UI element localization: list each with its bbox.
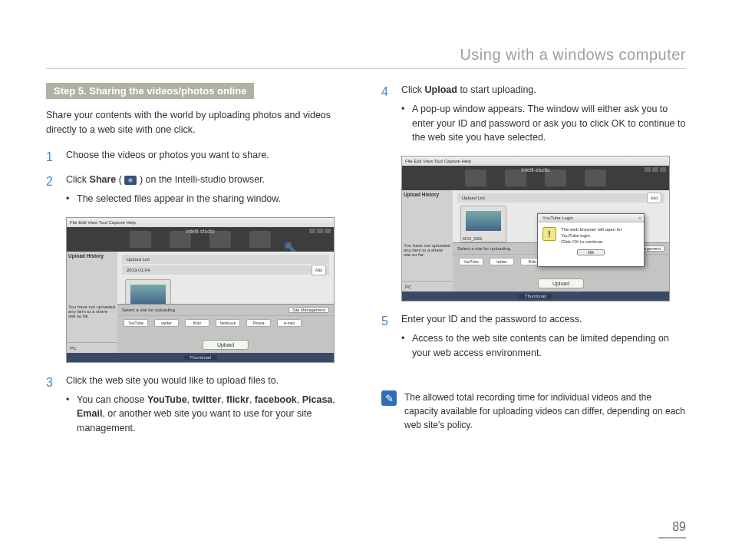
right-column: 4 Click Upload to start uploading. A pop… bbox=[381, 83, 686, 446]
step-number: 1 bbox=[46, 148, 53, 166]
app-logo: Intelli-studio bbox=[521, 167, 549, 173]
step-bullet: You can choose YouTube, twitter, flickr,… bbox=[66, 393, 351, 436]
site-name: Email bbox=[77, 408, 102, 419]
window-controls-icon bbox=[645, 167, 666, 172]
upload-list-label: Upload List bbox=[127, 255, 150, 264]
page-number-bar bbox=[658, 537, 686, 539]
share-icon bbox=[124, 176, 137, 185]
intro-text: Share your contents with the world by up… bbox=[46, 108, 351, 137]
ss-sidebar: Upload History You have not uploaded any… bbox=[402, 190, 453, 292]
site-flickr-icon: flickr bbox=[185, 319, 209, 327]
note-box: ✎ The allowed total recording time for i… bbox=[381, 390, 686, 432]
site-name: YouTube bbox=[147, 394, 187, 405]
step-number: 4 bbox=[381, 83, 388, 101]
ss-header: Intelli-studio ↖ bbox=[67, 227, 334, 252]
ss-menubar: File Edit View Tool Capture Help bbox=[67, 218, 334, 227]
ok-button: OK bbox=[577, 249, 605, 255]
login-dialog: YouTube Login× The web browser will open… bbox=[537, 213, 645, 267]
site-name: Picasa bbox=[302, 394, 333, 405]
ss-menubar: File Edit View Tool Capture Help bbox=[402, 156, 669, 166]
step-text-mid: ( bbox=[116, 174, 124, 185]
site-picasa-icon: Picasa bbox=[246, 319, 271, 327]
footer-thumbnail-button: Thumbnail bbox=[183, 355, 217, 360]
step-2: 2 Click Share ( ) on the Intelli-studio … bbox=[46, 173, 351, 206]
step-header: Step 5. Sharing the videos/photos online bbox=[46, 83, 254, 99]
footer-thumbnail-button: Thumbnail bbox=[519, 294, 552, 298]
sidebar-title: Upload History bbox=[68, 253, 116, 259]
ss-main: Upload List 2013-01-04 Add MOV_0001. Sel… bbox=[117, 252, 334, 353]
upload-button: Upload bbox=[538, 278, 584, 288]
step-bullet: The selected files appear in the sharing… bbox=[66, 192, 351, 206]
bullet-pre: You can choose bbox=[77, 394, 147, 405]
screenshot-login-popup: File Edit View Tool Capture Help Intelli… bbox=[401, 156, 670, 301]
step-4: 4 Click Upload to start uploading. A pop… bbox=[381, 83, 686, 145]
ss-sidebar: Upload History You have not uploaded any… bbox=[67, 252, 117, 353]
step-text: Click the web site you would like to upl… bbox=[66, 375, 279, 386]
upload-list-label: Upload List bbox=[462, 193, 485, 203]
page-rule bbox=[46, 68, 686, 69]
step-bold: Share bbox=[90, 174, 117, 185]
site-youtube-icon: YouTube bbox=[459, 258, 483, 265]
dialog-title: YouTube Login bbox=[542, 214, 573, 222]
select-site-label: Select a site for uploading bbox=[457, 246, 510, 251]
step-text-prefix: Click bbox=[401, 84, 425, 95]
date-label: 2013-01-04 bbox=[127, 265, 150, 275]
site-twitter-icon: twitter bbox=[154, 319, 179, 327]
step-text-suffix: to start uploading. bbox=[457, 84, 536, 95]
page-number: 89 bbox=[672, 520, 686, 534]
left-column: Step 5. Sharing the videos/photos online… bbox=[46, 83, 351, 446]
step-bullet: A pop-up window appears. The window will… bbox=[401, 102, 686, 145]
page-title: Using with a windows computer bbox=[46, 46, 686, 64]
app-logo: Intelli-studio bbox=[186, 229, 214, 234]
site-email-icon: e-mail bbox=[277, 319, 302, 327]
ss-footer: Thumbnail bbox=[402, 292, 669, 301]
step-bold: Upload bbox=[425, 84, 457, 95]
bullet-post: , or another web site you want to use fo… bbox=[77, 408, 312, 433]
step-number: 2 bbox=[46, 173, 53, 191]
bottom-panel: Select a site for uploading Site Managem… bbox=[117, 304, 334, 353]
step-5: 5 Enter your ID and the password to acce… bbox=[381, 312, 686, 360]
step-text-suffix: ) on the Intelli-studio browser. bbox=[137, 174, 265, 185]
step-text-prefix: Click bbox=[66, 174, 90, 185]
step-bullet: Access to the web site contents can be l… bbox=[401, 331, 686, 361]
screenshot-sharing-window: File Edit View Tool Capture Help Intelli… bbox=[66, 217, 335, 363]
step-1: 1 Choose the videos or photos you want t… bbox=[46, 148, 351, 163]
ss-footer: Thumbnail bbox=[67, 353, 334, 362]
window-controls-icon bbox=[309, 229, 331, 233]
thumbnail: MOV_0001. bbox=[460, 206, 506, 242]
toolbar-library-icon bbox=[465, 170, 486, 186]
pc-label: PC bbox=[402, 281, 453, 292]
toolbar-share-icon bbox=[585, 170, 606, 186]
pc-label: PC bbox=[67, 342, 117, 353]
sidebar-title: Upload History bbox=[404, 192, 451, 197]
note-text: The allowed total recording time for ind… bbox=[404, 390, 686, 432]
site-management-button: Site Management bbox=[289, 307, 329, 313]
site-twitter-icon: twitter bbox=[490, 258, 514, 265]
toolbar-share-icon bbox=[249, 231, 271, 248]
site-youtube-icon: YouTube bbox=[124, 319, 148, 327]
add-button: Add bbox=[647, 193, 661, 203]
site-name: twitter bbox=[193, 394, 222, 405]
step-number: 5 bbox=[381, 312, 388, 331]
site-facebook-icon: facebook bbox=[216, 319, 240, 327]
dialog-text: Click OK to continue. bbox=[561, 239, 639, 245]
site-name: flickr bbox=[226, 394, 249, 405]
step-text: Enter your ID and the password to access… bbox=[401, 314, 582, 324]
ss-main: Upload List Add MOV_0001. YouTube Login×… bbox=[453, 190, 669, 292]
toolbar-library-icon bbox=[130, 231, 151, 248]
sidebar-text: You have not uploaded any item to a shar… bbox=[404, 243, 451, 257]
close-icon: × bbox=[636, 214, 644, 222]
note-icon: ✎ bbox=[381, 390, 397, 406]
select-site-label: Select a site for uploading bbox=[122, 308, 175, 312]
upload-button: Upload bbox=[203, 340, 249, 350]
site-name: facebook bbox=[255, 394, 297, 405]
add-button: Add bbox=[312, 265, 326, 275]
dialog-text: The web browser will open for YouTube lo… bbox=[561, 227, 639, 239]
sidebar-text: You have not uploaded any item to a shar… bbox=[68, 305, 116, 318]
step-3: 3 Click the web site you would like to u… bbox=[46, 374, 351, 436]
warning-icon bbox=[542, 227, 556, 241]
step-text: Choose the videos or photos you want to … bbox=[66, 150, 269, 160]
step-number: 3 bbox=[46, 374, 53, 392]
ss-header: Intelli-studio bbox=[402, 166, 669, 190]
thumbnail-caption: MOV_0001. bbox=[463, 236, 483, 241]
